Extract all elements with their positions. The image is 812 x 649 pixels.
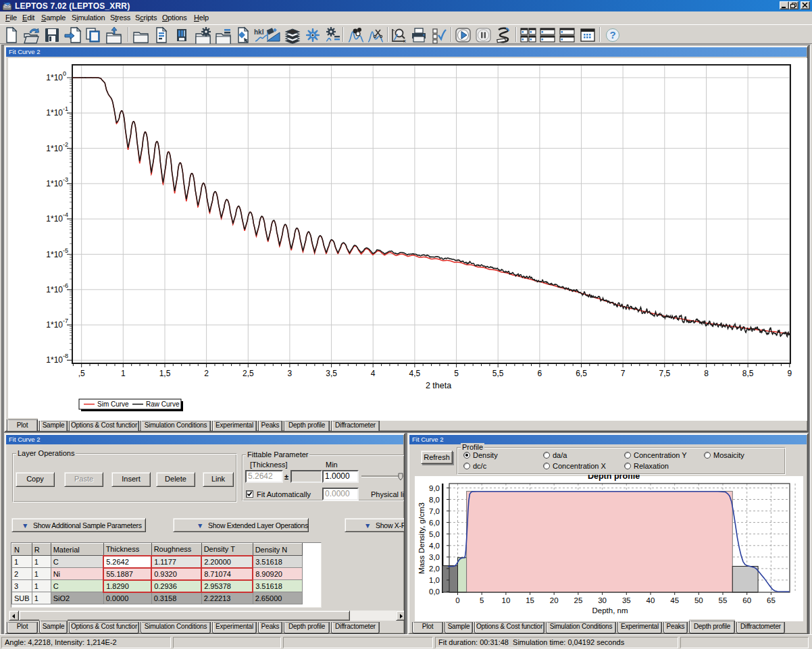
svg-text:1: 1 — [121, 369, 126, 378]
svg-text:1*10: 1*10 — [46, 179, 63, 188]
svg-text:1*10: 1*10 — [46, 108, 63, 118]
svg-text:3: 3 — [288, 369, 293, 378]
svg-text:1*10: 1*10 — [46, 250, 63, 259]
svg-text:6,0: 6,0 — [429, 519, 440, 527]
svg-text:7: 7 — [621, 369, 626, 378]
svg-text:1,5: 1,5 — [159, 369, 171, 378]
svg-text:-3: -3 — [63, 176, 68, 183]
svg-text:4,0: 4,0 — [429, 542, 440, 550]
svg-text:0: 0 — [63, 70, 66, 77]
svg-text:6: 6 — [538, 369, 542, 378]
svg-text:x: x — [403, 38, 406, 44]
svg-text:-8: -8 — [63, 353, 68, 359]
svg-text:2: 2 — [204, 369, 209, 378]
svg-text:8: 8 — [704, 369, 709, 378]
svg-text:Depth, nm: Depth, nm — [592, 606, 628, 615]
svg-text:1,0: 1,0 — [429, 576, 440, 584]
svg-text:hkl: hkl — [254, 28, 264, 36]
svg-text:25: 25 — [574, 596, 583, 604]
svg-text:60: 60 — [742, 596, 751, 604]
svg-text:4: 4 — [371, 369, 376, 378]
svg-text:?: ? — [609, 29, 615, 41]
svg-text:35: 35 — [622, 596, 631, 604]
svg-text:5: 5 — [454, 369, 459, 378]
svg-text:3,0: 3,0 — [429, 553, 440, 561]
svg-text:-1: -1 — [63, 105, 68, 112]
svg-text:1*10: 1*10 — [46, 320, 63, 330]
svg-text:40: 40 — [646, 596, 655, 604]
svg-text:-2: -2 — [63, 141, 68, 148]
svg-text:65: 65 — [767, 596, 776, 604]
svg-text:50: 50 — [694, 596, 703, 604]
svg-text:0: 0 — [455, 596, 459, 604]
svg-text:1*10: 1*10 — [46, 73, 63, 82]
svg-text:4,5: 4,5 — [409, 369, 421, 378]
svg-text:5,0: 5,0 — [429, 530, 440, 538]
svg-text:-7: -7 — [63, 317, 68, 324]
svg-text:5: 5 — [480, 596, 484, 604]
svg-text:Mass Density, g/cm3: Mass Density, g/cm3 — [417, 502, 426, 574]
svg-text:45: 45 — [670, 596, 679, 604]
svg-text:8,5: 8,5 — [742, 369, 754, 378]
svg-text:10: 10 — [502, 596, 511, 604]
svg-text:7,0: 7,0 — [429, 507, 440, 515]
svg-text:6,5: 6,5 — [576, 369, 587, 378]
svg-text:20: 20 — [550, 596, 559, 604]
svg-text:9,0: 9,0 — [429, 484, 440, 492]
svg-text:-5: -5 — [63, 247, 68, 254]
svg-text:2,5: 2,5 — [243, 369, 254, 378]
svg-text:,5: ,5 — [78, 369, 85, 378]
svg-text:30: 30 — [598, 596, 607, 604]
svg-text:2,0: 2,0 — [429, 565, 440, 573]
svg-text:3,5: 3,5 — [326, 369, 337, 378]
svg-text:0,0: 0,0 — [429, 588, 440, 596]
svg-text:7,5: 7,5 — [659, 369, 670, 378]
svg-text:1*10: 1*10 — [46, 285, 63, 294]
svg-text:Sim Curve: Sim Curve — [97, 400, 129, 408]
svg-text:8,0: 8,0 — [429, 496, 440, 504]
svg-text:-4: -4 — [63, 211, 68, 218]
svg-text:2 theta: 2 theta — [426, 381, 451, 390]
svg-text:9: 9 — [787, 369, 792, 378]
svg-text:-6: -6 — [63, 282, 68, 289]
svg-text:15: 15 — [526, 596, 534, 604]
svg-text:1*10: 1*10 — [46, 214, 63, 224]
svg-text:1*10: 1*10 — [46, 355, 63, 365]
svg-text:1*10: 1*10 — [46, 144, 63, 153]
svg-text:55: 55 — [719, 596, 728, 604]
svg-text:Raw Curve: Raw Curve — [146, 400, 180, 408]
svg-text:5,5: 5,5 — [492, 369, 504, 378]
